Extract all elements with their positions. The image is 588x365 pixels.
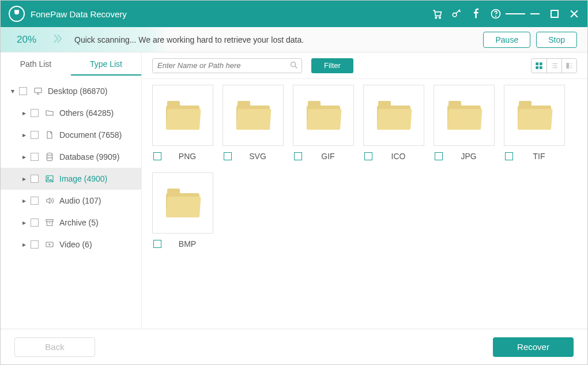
grid-tile[interactable]: GIF	[293, 85, 354, 161]
tree-item-audio[interactable]: ▸ Audio (107)	[1, 190, 141, 212]
sidebar: Path List Type List ▾ Desktop (86870) ▸ …	[1, 52, 142, 329]
chevron-right-icon[interactable]: ▸	[20, 153, 28, 161]
maximize-button[interactable]	[545, 4, 564, 24]
tile-label: JPG	[451, 152, 487, 161]
checkbox[interactable]	[31, 109, 39, 117]
checkbox[interactable]	[224, 152, 232, 160]
checkbox[interactable]	[31, 153, 39, 161]
grid-tile[interactable]: ICO	[363, 85, 424, 161]
grid-tile[interactable]: BMP	[152, 172, 213, 249]
help-icon[interactable]	[486, 4, 506, 24]
tree-item-database[interactable]: ▸ Database (9909)	[1, 146, 141, 168]
svg-point-2	[453, 13, 457, 17]
file-tree: ▾ Desktop (86870) ▸ Others (64285) ▸ Doc…	[1, 76, 141, 329]
folder-icon	[43, 108, 56, 118]
folder-thumbnail	[293, 85, 354, 146]
view-list-icon[interactable]	[546, 59, 561, 73]
tree-item-video[interactable]: ▸ Video (6)	[1, 234, 141, 255]
folder-icon	[377, 101, 410, 130]
svg-point-1	[439, 17, 441, 18]
tree-item-archive[interactable]: ▸ Archive (5)	[1, 212, 141, 234]
chevron-right-icon[interactable]: ▸	[20, 175, 28, 183]
checkbox[interactable]	[153, 240, 161, 248]
svg-point-8	[47, 177, 48, 178]
checkbox[interactable]	[31, 197, 39, 205]
cart-icon[interactable]	[427, 4, 447, 24]
svg-point-4	[496, 16, 496, 17]
checkbox[interactable]	[435, 152, 443, 160]
tile-label: ICO	[380, 152, 416, 161]
folder-thumbnail	[363, 85, 424, 146]
tree-item-image[interactable]: ▸ Image (4900)	[1, 168, 141, 190]
tile-label: SVG	[240, 152, 276, 161]
search-icon[interactable]	[289, 61, 299, 72]
filter-button[interactable]: Filter	[311, 58, 353, 73]
chevron-right-icon[interactable]: ▸	[20, 240, 28, 249]
folder-icon	[166, 189, 199, 217]
svg-rect-13	[540, 62, 542, 65]
image-icon	[43, 174, 56, 183]
grid-tile[interactable]: TIF	[504, 85, 565, 161]
facebook-icon[interactable]	[466, 4, 486, 24]
tab-path-list[interactable]: Path List	[1, 52, 71, 76]
folder-icon	[307, 101, 340, 130]
folder-thumbnail	[434, 85, 495, 146]
chevron-down-icon[interactable]: ▾	[9, 87, 17, 95]
stop-button[interactable]: Stop	[536, 32, 577, 48]
tile-label: TIF	[521, 152, 557, 161]
folder-icon	[236, 101, 270, 130]
document-icon	[43, 130, 56, 140]
chevron-right-icon[interactable]: ▸	[20, 197, 28, 205]
search-input[interactable]	[152, 58, 302, 73]
tile-footer: TIF	[504, 152, 565, 161]
close-button[interactable]	[564, 4, 584, 24]
back-button[interactable]: Back	[14, 337, 95, 357]
menu-icon[interactable]	[506, 4, 525, 24]
key-icon[interactable]	[447, 4, 466, 24]
checkbox[interactable]	[19, 87, 27, 95]
checkbox[interactable]	[294, 152, 302, 160]
svg-rect-12	[536, 62, 538, 65]
app-title: FonePaw Data Recovery	[31, 9, 427, 19]
tree-label: Database (9909)	[59, 152, 119, 161]
tree-root-desktop[interactable]: ▾ Desktop (86870)	[1, 80, 141, 102]
database-icon	[43, 152, 56, 161]
checkbox[interactable]	[364, 152, 372, 160]
tree-item-others[interactable]: ▸ Others (64285)	[1, 102, 141, 124]
checkbox[interactable]	[505, 152, 513, 160]
svg-point-0	[435, 17, 437, 18]
tile-footer: SVG	[223, 152, 284, 161]
checkbox[interactable]	[31, 240, 39, 249]
view-detail-icon[interactable]	[561, 59, 576, 73]
chevron-right-icon[interactable]: ▸	[20, 219, 28, 227]
monitor-icon	[32, 86, 44, 96]
minimize-button[interactable]	[525, 4, 545, 24]
content-pane: Filter PNGSVGGIFICOJPGTIFBMP	[142, 52, 587, 329]
tree-label: Video (6)	[59, 240, 92, 249]
chevron-right-icon[interactable]: ▸	[20, 109, 28, 117]
chevron-right-icon[interactable]: ▸	[20, 131, 28, 139]
tab-type-list[interactable]: Type List	[71, 52, 141, 76]
tile-label: PNG	[169, 152, 205, 161]
tree-label: Archive (5)	[59, 218, 99, 227]
folder-thumbnail	[152, 172, 213, 234]
grid-tile[interactable]: JPG	[434, 85, 495, 161]
tree-item-document[interactable]: ▸ Document (7658)	[1, 124, 141, 146]
pause-button[interactable]: Pause	[483, 32, 530, 48]
tile-footer: BMP	[152, 239, 213, 249]
tile-footer: JPG	[434, 152, 495, 161]
checkbox[interactable]	[31, 175, 39, 183]
view-grid-icon[interactable]	[532, 59, 546, 73]
chevron-right-icon	[52, 31, 63, 49]
grid-tile[interactable]: PNG	[152, 85, 213, 161]
svg-rect-14	[536, 66, 538, 69]
recover-button[interactable]: Recover	[493, 337, 574, 357]
checkbox[interactable]	[31, 219, 39, 227]
title-bar: FonePaw Data Recovery	[1, 1, 587, 27]
checkbox[interactable]	[31, 131, 39, 139]
app-window: FonePaw Data Recovery 20% Quick scanning…	[0, 0, 588, 365]
grid-tile[interactable]: SVG	[223, 85, 284, 161]
footer-bar: Back Recover	[1, 329, 587, 364]
tree-label: Audio (107)	[59, 196, 101, 205]
checkbox[interactable]	[153, 152, 161, 160]
